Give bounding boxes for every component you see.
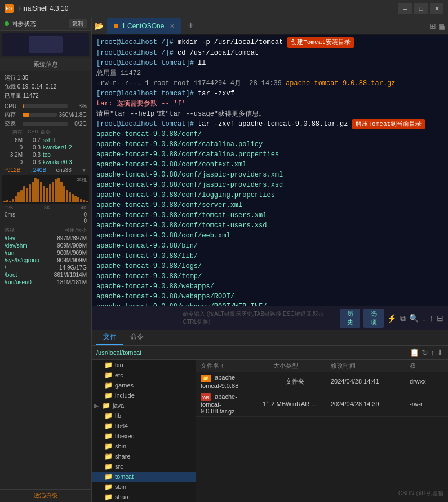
fb-row-folder[interactable]: 📁 apache-tomcat-9.0.88 文件夹 2024/04/28 14… [196,372,448,391]
fb-table-header: 文件名 ↑ 大小 类型 修改时间 权 [196,360,448,372]
tree-item-tomcat[interactable]: 📁 tomcat [92,472,196,482]
folder-icon: 📁 [104,381,113,389]
term-line: apache-tomcat-9.0.88/webapps/ROOT/ [96,292,443,302]
window-controls[interactable]: – □ ✕ [398,3,443,14]
col-name: 文件名 ↑ [201,362,241,370]
upload-icon[interactable]: ↑ [429,314,433,323]
history-button[interactable]: 历史 [340,309,360,328]
maximize-button[interactable]: □ [414,3,428,14]
process-row: 0 0.3 kworker/1:2 [2,144,89,151]
tree-item-sbin2[interactable]: 📁 sbin [92,482,196,492]
folder-icon: 📁 [104,412,113,420]
option-button[interactable]: 选项 [363,309,384,328]
sidebar-header: 同步状态 复制 [0,17,91,31]
file-name: WR apache-tomcat-9.0.88.tar.gz [201,393,241,415]
disk-avail: 909M/909M [57,257,87,263]
disk-avail: 14.9G/17G [59,265,87,271]
latency-section: 0ms 0 0 [0,210,91,225]
cpu-fill [23,104,24,108]
minimize-button[interactable]: – [398,3,412,14]
disk-avail: 900M/909M [57,250,87,256]
tab-command[interactable]: 命令 [123,330,150,345]
activate-button[interactable]: 激活/升级 [5,492,87,500]
disk-path: /boot [5,272,17,278]
mini-chart: 本机 [2,175,89,204]
tree-item-share2[interactable]: 📁 share [92,492,196,502]
close-button[interactable]: ✕ [430,3,443,14]
col-size: 大小 [241,362,286,370]
col-type: 类型 [286,362,331,370]
sync-dot [5,21,9,26]
disk-path: /dev/shm [5,243,28,249]
fb-row-archive[interactable]: WR apache-tomcat-9.0.88.tar.gz 11.2 MB W… [196,391,448,417]
file-date: 2024/04/28 14:41 [331,378,410,385]
tree-item-bin[interactable]: 📁 bin [92,360,196,370]
disk-row: /run/user/0 181M/181M [2,279,89,286]
file-cmd-tabs: 文件 命令 [92,330,448,346]
app-icon: FS [5,4,14,13]
tree-item-lib64[interactable]: 📁 lib64 [92,421,196,431]
term-line: [root@localhost /]# mkdir -p /usr/local/… [96,37,443,48]
folder-icon: 📁 [104,483,113,491]
process-header: 内存 CPU 命令 [2,128,89,136]
search-icon[interactable]: 🔍 [409,314,419,323]
tree-item-java[interactable]: ▶ 📁 java [92,400,196,411]
tree-item-etc[interactable]: 📁 etc [92,370,196,380]
copy-button[interactable]: 复制 [69,19,87,28]
disk-row: / 14.9G/17G [2,264,89,271]
history-icon[interactable]: 📋 [410,348,419,357]
disk-avail: 861M/1014M [54,272,87,278]
process-row: 3.2M 0.3 top [2,151,89,158]
tab-close-icon[interactable]: × [170,21,174,30]
mem-label: 内存 [5,111,20,118]
file-browser: /usr/local/tomcat 📋 ↻ ↑ ⬇ 📁 bin [92,346,448,502]
tab-bar: 📂 1 CentOSOne × + ⊞ ▦ [92,17,448,35]
grid-icon[interactable]: ⊞ [429,21,436,30]
term-line: apache-tomcat-9.0.88/webapps/ [96,281,443,292]
col-date: 修改时间 [331,362,410,370]
tab-dot [114,24,118,28]
tree-item-src[interactable]: 📁 src [92,461,196,472]
tab-centos[interactable]: 1 CentOSOne × [107,18,181,34]
tree-item-games[interactable]: 📁 games [92,380,196,390]
mem-fill [23,113,29,117]
layout-icon[interactable]: ▦ [438,21,446,30]
term-line: apache-tomcat-9.0.88/conf/logging.proper… [96,190,443,200]
net-up: ↑912B [5,167,20,173]
tree-item-sbin[interactable]: 📁 sbin [92,441,196,451]
run-time: 运行 1:35 [5,73,28,82]
term-line: apache-tomcat-9.0.88/conf/web.xml [96,231,443,241]
term-line: apache-tomcat-9.0.88/conf/tomcat-users.x… [96,221,443,231]
disk-avail: 181M/181M [57,279,87,285]
net-iface: ens33 [56,167,71,173]
copy-cmd-icon[interactable]: ⧉ [400,314,406,323]
folder-icon: 📁 [104,463,113,470]
chart-12k: 12K [5,205,14,210]
tree-item-share[interactable]: 📁 share [92,451,196,461]
disk-path: /run [5,250,14,256]
fb-header: /usr/local/tomcat 📋 ↻ ↑ ⬇ [92,346,448,360]
term-line: tar: 选项需要参数 -- 'f' [96,99,443,109]
tab-add-button[interactable]: + [186,20,197,32]
tree-item-include[interactable]: 📁 include [92,390,196,400]
sync-label: 同步状态 [11,20,36,28]
refresh-icon[interactable]: ↻ [422,348,428,357]
latency-item: 0 [5,218,87,224]
net-dropdown-icon[interactable]: ▼ [81,167,87,173]
term-line: apache-tomcat-9.0.88/conf/jaspic-provide… [96,180,443,190]
title-bar-left: FS FinalShell 4.3.10 [5,4,68,13]
tab-file[interactable]: 文件 [96,330,123,345]
cmd-input[interactable] [96,315,179,322]
terminal[interactable]: [root@localhost /]# mkdir -p /usr/local/… [92,35,448,306]
download2-icon[interactable]: ⬇ [437,348,443,357]
tree-item-lib[interactable]: 📁 lib [92,411,196,421]
up-icon[interactable]: ↑ [431,348,434,357]
term-line: [root@localhost tomcat]# tar -zxvf [96,89,443,99]
latency-item: 0ms 0 [5,212,87,218]
settings-icon[interactable]: ⊟ [437,314,443,323]
term-line: [root@localhost tomcat]# tar -zxvf apach… [96,119,443,130]
lightning-icon[interactable]: ⚡ [387,314,397,323]
disk-section: 路径 可用/大小 /dev 897M/897M /dev/shm 909M/90… [0,225,91,287]
download-icon[interactable]: ↓ [422,314,426,323]
tree-item-libexec[interactable]: 📁 libexec [92,431,196,441]
